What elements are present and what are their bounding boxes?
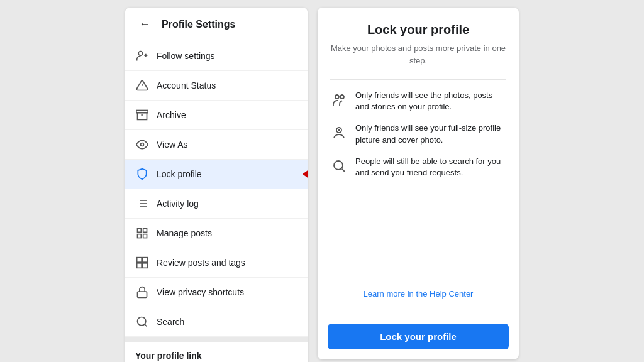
- grid-icon: [135, 226, 149, 240]
- feature-item-friends-posts: Only friends will see the photos, posts …: [330, 90, 506, 112]
- profile-link-box: Your profile link Your personalized link…: [125, 337, 308, 362]
- svg-point-24: [138, 317, 146, 326]
- activity-log-label: Activity log: [157, 199, 199, 209]
- svg-rect-17: [143, 234, 147, 238]
- archive-icon: [135, 108, 149, 122]
- menu-item-account-status[interactable]: Account Status: [125, 71, 308, 101]
- follow-settings-label: Follow settings: [157, 51, 215, 61]
- feature-text-friends-picture: Only friends will see your full-size pro…: [355, 123, 506, 145]
- feature-list: Only friends will see the photos, posts …: [330, 90, 506, 178]
- menu-list: Follow settings Account Status Archive: [125, 41, 308, 337]
- svg-rect-18: [138, 234, 142, 238]
- menu-item-view-as[interactable]: View As: [125, 130, 308, 160]
- list-icon: [135, 197, 149, 211]
- menu-item-follow-settings[interactable]: Follow settings: [125, 41, 308, 71]
- right-panel: Lock your profile Make your photos and p…: [318, 8, 519, 359]
- svg-rect-22: [143, 263, 148, 268]
- lock-profile-button[interactable]: Lock your profile: [328, 324, 509, 349]
- menu-item-activity-log[interactable]: Activity log: [125, 189, 308, 219]
- svg-rect-23: [138, 292, 147, 297]
- svg-point-7: [141, 143, 144, 146]
- lock-profile-label: Lock profile: [157, 169, 202, 179]
- svg-point-29: [338, 129, 340, 131]
- menu-item-search[interactable]: Search: [125, 307, 308, 337]
- person-plus-icon: [135, 49, 149, 63]
- search-icon: [135, 315, 149, 329]
- feature-text-friends-posts: Only friends will see the photos, posts …: [355, 90, 506, 112]
- svg-rect-21: [137, 263, 142, 268]
- friends-posts-icon: [330, 91, 348, 109]
- friends-picture-icon: [330, 124, 348, 141]
- menu-item-review-posts[interactable]: Review posts and tags: [125, 248, 308, 278]
- svg-marker-8: [303, 168, 308, 180]
- svg-rect-20: [143, 258, 148, 263]
- svg-line-31: [342, 168, 345, 171]
- lock-icon: [135, 285, 149, 299]
- red-arrow-indicator: [303, 168, 308, 180]
- svg-point-30: [334, 161, 343, 170]
- eye-icon: [135, 138, 149, 151]
- svg-rect-16: [143, 229, 147, 233]
- menu-item-manage-posts[interactable]: Manage posts: [125, 219, 308, 248]
- divider: [330, 79, 506, 80]
- manage-posts-label: Manage posts: [157, 228, 212, 238]
- shield-icon: [135, 167, 149, 181]
- svg-point-27: [340, 95, 344, 99]
- svg-point-0: [138, 52, 143, 56]
- menu-item-archive[interactable]: Archive: [125, 101, 308, 130]
- panel-header: ← Profile Settings: [125, 8, 308, 41]
- account-status-label: Account Status: [157, 80, 216, 90]
- feature-item-friends-picture: Only friends will see your full-size pro…: [330, 123, 506, 145]
- menu-item-view-privacy[interactable]: View privacy shortcuts: [125, 278, 308, 307]
- search-requests-icon: [330, 157, 348, 175]
- svg-rect-5: [136, 111, 148, 113]
- alert-triangle-icon: [135, 79, 149, 92]
- view-as-label: View As: [157, 140, 188, 150]
- panel-title: Profile Settings: [162, 19, 235, 30]
- left-panel: ← Profile Settings Follow settings Accou…: [125, 8, 308, 362]
- menu-item-lock-profile[interactable]: Lock profile: [125, 160, 308, 189]
- svg-line-25: [145, 324, 147, 327]
- lock-profile-subtitle: Make your photos and posts more private …: [330, 42, 506, 67]
- help-center-link[interactable]: Learn more in the Help Center: [330, 189, 506, 304]
- profile-link-title: Your profile link: [135, 351, 297, 361]
- feature-item-search-requests: People will still be able to search for …: [330, 156, 506, 178]
- svg-rect-19: [137, 258, 142, 263]
- back-button[interactable]: ←: [135, 16, 154, 32]
- archive-label: Archive: [157, 110, 186, 120]
- right-content: Lock your profile Make your photos and p…: [318, 8, 519, 324]
- feature-text-search-requests: People will still be able to search for …: [355, 156, 506, 178]
- tag-icon: [135, 256, 149, 270]
- svg-rect-15: [138, 229, 142, 233]
- search-label: Search: [157, 317, 184, 327]
- review-posts-label: Review posts and tags: [157, 258, 245, 268]
- lock-profile-title: Lock your profile: [330, 23, 506, 37]
- view-privacy-label: View privacy shortcuts: [157, 287, 244, 297]
- svg-point-26: [335, 95, 339, 99]
